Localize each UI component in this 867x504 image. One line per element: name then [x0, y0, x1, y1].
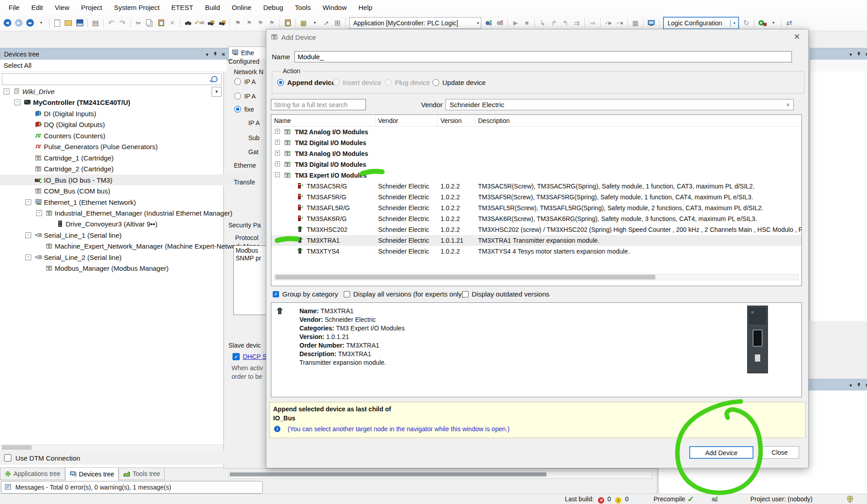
undo-icon[interactable]: ↶: [106, 18, 117, 28]
tree-item-dq[interactable]: DQ (Digital Outputs): [0, 119, 248, 130]
pin-icon[interactable]: [855, 382, 863, 389]
step-arrow-icon[interactable]: ⇒: [587, 18, 598, 28]
tree-item-modbus-manager[interactable]: Modbus_Manager (Modbus Manager): [0, 263, 259, 273]
menu-tools[interactable]: Tools: [289, 0, 317, 15]
pin-icon[interactable]: [855, 51, 863, 58]
protocol-item-modbus[interactable]: Modbus: [236, 247, 269, 254]
expander-icon[interactable]: +: [275, 161, 280, 166]
device-row-tm3saf5r-g[interactable]: TM3SAF5R/GSchneider Electric1.0.2.2TM3SA…: [271, 192, 801, 203]
new-file-icon[interactable]: [52, 18, 62, 28]
device-row-tm3sac5r-g[interactable]: TM3SAC5R/GSchneider Electric1.0.2.2TM3SA…: [271, 181, 801, 192]
tree-item-mycontroller[interactable]: −MyController (TM241CE40T/U): [0, 97, 237, 108]
step-out-icon[interactable]: ↰: [560, 18, 571, 28]
back-icon[interactable]: ◀: [2, 18, 13, 28]
panel-splitter[interactable]: [656, 468, 658, 494]
scrollbar-thumb[interactable]: [230, 472, 546, 476]
menu-window[interactable]: Window: [317, 0, 352, 15]
dd-icon[interactable]: ▾: [768, 18, 779, 28]
delete-icon[interactable]: ✕: [167, 18, 178, 28]
checkbox-icon[interactable]: [344, 291, 350, 297]
col-description[interactable]: Description: [478, 117, 510, 124]
dialog-close-icon[interactable]: ✕: [792, 32, 802, 42]
menu-system-project[interactable]: System Project: [108, 0, 166, 15]
tree-item-ethernet-1[interactable]: −Ethernet_1 (Ethernet Network): [0, 197, 248, 207]
menu-debug[interactable]: Debug: [257, 0, 289, 15]
find-in-files-icon[interactable]: [205, 18, 216, 28]
option-display-all-versions-for-experts-only[interactable]: Display all versions (for experts only): [344, 290, 464, 298]
tree-horizontal-scrollbar[interactable]: [1, 444, 223, 452]
sync-icon[interactable]: ⇄: [784, 18, 795, 28]
ip-bootp-radio[interactable]: [234, 93, 241, 99]
use-dtm-checkbox[interactable]: [4, 454, 11, 462]
paste-icon[interactable]: [156, 18, 166, 28]
expander-icon[interactable]: −: [25, 199, 31, 205]
expander-icon[interactable]: +: [275, 151, 280, 155]
col-name[interactable]: Name: [274, 117, 291, 124]
redo-icon[interactable]: ↷: [117, 18, 128, 28]
add-device-button[interactable]: Add Device: [689, 446, 753, 459]
expander-icon[interactable]: −: [25, 254, 31, 260]
bookmark-next-icon[interactable]: ⚑: [244, 18, 255, 28]
protocol-item-snmp[interactable]: SNMP pr: [236, 254, 269, 262]
col-vendor[interactable]: Vendor: [378, 117, 398, 124]
configuration-combobox[interactable]: Logic Configuration▾: [663, 17, 739, 29]
scrollbar-thumb[interactable]: [2, 445, 32, 450]
device-row-tm3safl5r-g[interactable]: TM3SAFL5R/GSchneider Electric1.0.2.2TM3S…: [271, 203, 801, 213]
category-row-tm2-digital-i-o-modules[interactable]: +TM2 Digital I/O Modules: [271, 137, 801, 148]
expander-icon[interactable]: −: [25, 232, 31, 238]
category-row-tm3-analog-i-o-modules[interactable]: +TM3 Analog I/O Modules: [271, 148, 801, 159]
open-file-icon[interactable]: [63, 18, 74, 28]
grid-icon[interactable]: ▦: [298, 18, 309, 28]
no-display-icon[interactable]: ▩: [630, 18, 641, 28]
login-icon[interactable]: [483, 18, 494, 28]
tree-item-serial-line-2[interactable]: −Serial_Line_2 (Serial line): [0, 252, 248, 263]
pin-icon[interactable]: [211, 51, 219, 58]
editor-horizontal-scrollbar[interactable]: [228, 471, 652, 479]
tree-item-cartridge-2[interactable]: Cartridge_2 (Cartridge): [0, 163, 248, 174]
radio-update-device[interactable]: Update device: [432, 79, 486, 86]
export-icon[interactable]: ↗: [321, 18, 332, 28]
nav-history-icon[interactable]: ◀▶: [24, 18, 35, 28]
device-search-input[interactable]: [271, 99, 366, 110]
fixed-ip-radio[interactable]: [234, 106, 241, 113]
panel-dropdown-icon[interactable]: ▾: [847, 382, 855, 389]
panel-dropdown-icon[interactable]: ▾: [203, 51, 211, 58]
tree-item-pulse-generators[interactable]: Pulse_Generators (Pulse Generators): [0, 141, 248, 152]
expander-icon[interactable]: +: [275, 140, 280, 145]
expander-icon[interactable]: −: [275, 172, 280, 177]
logout-icon[interactable]: [494, 18, 505, 28]
tree-item-serial-line-1[interactable]: −Serial_Line_1 (Serial line): [0, 230, 248, 240]
close-panel-icon[interactable]: ✕: [863, 51, 867, 58]
panel-dropdown-icon[interactable]: ▾: [847, 51, 855, 58]
select-all-row[interactable]: Select All: [0, 60, 227, 72]
search-icon[interactable]: [211, 76, 218, 82]
tree-item-wiki-drive[interactable]: −Wiki_Drive: [0, 86, 227, 97]
menu-edit[interactable]: Edit: [25, 0, 49, 15]
chevron-down-icon[interactable]: ▾: [477, 21, 479, 25]
editor-tab-ethernet[interactable]: Ethe: [228, 47, 272, 59]
print-icon[interactable]: ▤: [90, 18, 101, 28]
step-over-icon[interactable]: ↳: [537, 18, 548, 28]
tree-item-com-bus[interactable]: COM_Bus (COM bus): [0, 185, 248, 196]
device-row-tm3xtys4[interactable]: TM3XTYS4Schneider Electric1.0.2.2TM3XTYS…: [271, 246, 801, 257]
find-icon[interactable]: [183, 18, 194, 28]
protocol-listbox[interactable]: Modbus SNMP pr: [233, 245, 270, 315]
category-row-tm3-digital-i-o-modules[interactable]: +TM3 Digital I/O Modules: [271, 159, 801, 170]
tab-applications-tree[interactable]: Applications tree: [0, 468, 65, 480]
calendar-icon[interactable]: ⊞: [332, 18, 343, 28]
checkbox-icon[interactable]: ✓: [273, 291, 279, 297]
copy-icon[interactable]: [144, 18, 155, 28]
menu-project[interactable]: Project: [75, 0, 108, 15]
bookmark-clear-icon[interactable]: ⚑: [266, 18, 277, 28]
menu-etest[interactable]: ETEST: [166, 0, 199, 15]
table-horizontal-scrollbar[interactable]: [274, 274, 799, 280]
tree-item-di[interactable]: DI (Digital Inputs): [0, 108, 248, 119]
save-icon[interactable]: [74, 18, 85, 28]
tree-item-machine-expert-network-manager[interactable]: Machine_Expert_Network_Manager (Machine …: [0, 240, 259, 251]
expander-icon[interactable]: −: [36, 210, 42, 216]
expander-icon[interactable]: −: [4, 89, 9, 94]
cut-icon[interactable]: ✂: [133, 18, 144, 28]
device-row-tm3xhsc202[interactable]: TM3XHSC202Schneider Electric1.0.2.2TM3XH…: [271, 224, 801, 235]
dhcp-checkbox[interactable]: ✓: [232, 353, 240, 360]
radio-icon[interactable]: [432, 79, 439, 86]
